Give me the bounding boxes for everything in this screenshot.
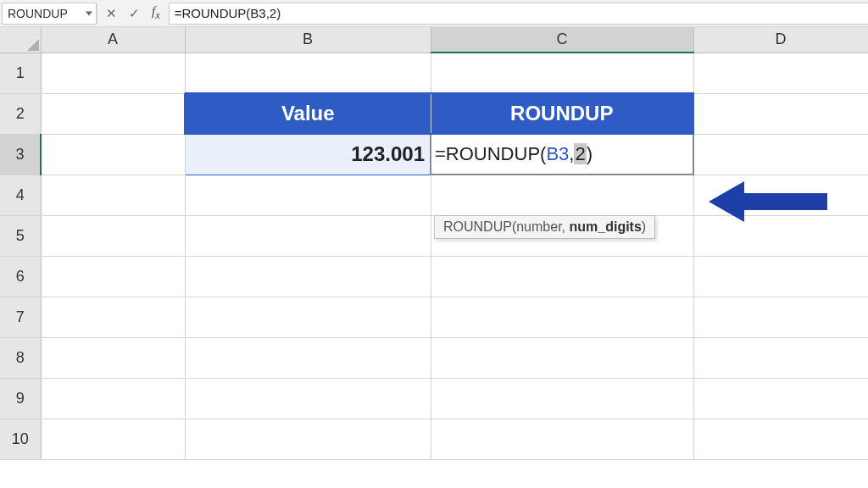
cell-C4[interactable] [431,175,693,215]
table-row: 7 [0,297,868,337]
cell-C8[interactable] [431,337,693,378]
cell-D5[interactable] [693,215,868,256]
cell-A6[interactable] [41,256,185,297]
cell-A10[interactable] [41,419,185,459]
col-header-D[interactable]: D [693,27,868,53]
cell-C3[interactable]: =ROUNDUP(B3,2) [431,134,693,175]
cell-B10[interactable] [185,419,431,459]
col-header-B[interactable]: B [185,27,431,53]
select-all-corner[interactable] [0,27,41,53]
cell-B5[interactable] [185,215,431,256]
table-row: 1 [0,53,868,93]
cell-B4[interactable] [185,175,431,215]
cell-C2[interactable]: ROUNDUP [431,93,693,134]
row-header-4[interactable]: 4 [0,175,41,215]
cell-A2[interactable] [41,93,185,134]
cell-D3[interactable] [693,134,868,175]
cell-B6[interactable] [185,256,431,297]
cell-D1[interactable] [693,53,868,93]
col-header-C[interactable]: C [431,27,693,53]
formula-bar-controls: ✕ ✓ fx [97,0,169,26]
table-row: 6 [0,256,868,297]
cell-B9[interactable] [185,378,431,419]
cell-D6[interactable] [693,256,868,297]
chevron-down-icon[interactable] [86,11,92,15]
col-header-A[interactable]: A [41,27,185,53]
svg-marker-0 [27,39,39,51]
cell-D4[interactable] [693,175,868,215]
cell-B7[interactable] [185,297,431,337]
table-row: 9 [0,378,868,419]
cell-D9[interactable] [693,378,868,419]
cell-C6[interactable] [431,256,693,297]
row-header-2[interactable]: 2 [0,93,41,134]
function-tooltip: ROUNDUP(number, num_digits) [434,215,655,239]
row-header-1[interactable]: 1 [0,53,41,93]
formula-text: =ROUNDUP(B3,2) [435,143,593,164]
cancel-icon[interactable]: ✕ [106,6,117,21]
tooltip-arg1: number [516,219,561,234]
table-row: 3 123.001 =ROUNDUP(B3,2) [0,134,868,175]
cell-D2[interactable] [693,93,868,134]
cell-C7[interactable] [431,297,693,337]
formula-bar: ROUNDUP ✕ ✓ fx [0,0,868,27]
table-row: 4 [0,175,868,215]
tooltip-arg2: num_digits [569,219,641,234]
column-header-row: A B C D [0,27,868,53]
cell-D8[interactable] [693,337,868,378]
select-all-icon [27,39,39,51]
row-header-7[interactable]: 7 [0,297,41,337]
cell-C9[interactable] [431,378,693,419]
cell-A8[interactable] [41,337,185,378]
row-header-8[interactable]: 8 [0,337,41,378]
table-row: 10 [0,419,868,459]
spreadsheet-grid: A B C D 1 2 Value ROUNDUP 3 123.001 =ROU… [0,27,868,460]
cell-A5[interactable] [41,215,185,256]
row-header-9[interactable]: 9 [0,378,41,419]
cell-A3[interactable] [41,134,185,175]
fx-icon[interactable]: fx [152,4,160,22]
cell-C10[interactable] [431,419,693,459]
cell-C1[interactable] [431,53,693,93]
cell-B8[interactable] [185,337,431,378]
tooltip-fn: ROUNDUP [443,219,512,234]
row-header-10[interactable]: 10 [0,419,41,459]
row-header-6[interactable]: 6 [0,256,41,297]
cell-A7[interactable] [41,297,185,337]
row-header-3[interactable]: 3 [0,134,41,175]
formula-input[interactable] [169,3,868,25]
row-header-5[interactable]: 5 [0,215,41,256]
name-box[interactable]: ROUNDUP [2,3,97,25]
cell-D7[interactable] [693,297,868,337]
grid-table[interactable]: A B C D 1 2 Value ROUNDUP 3 123.001 =ROU… [0,27,868,460]
name-box-value: ROUNDUP [8,7,68,20]
table-row: 8 [0,337,868,378]
cell-B1[interactable] [185,53,431,93]
table-row: 2 Value ROUNDUP [0,93,868,134]
cell-A4[interactable] [41,175,185,215]
cell-B2[interactable]: Value [185,93,431,134]
cell-B3[interactable]: 123.001 [185,134,431,175]
cell-A1[interactable] [41,53,185,93]
cell-A9[interactable] [41,378,185,419]
cell-D10[interactable] [693,419,868,459]
enter-icon[interactable]: ✓ [129,6,140,21]
